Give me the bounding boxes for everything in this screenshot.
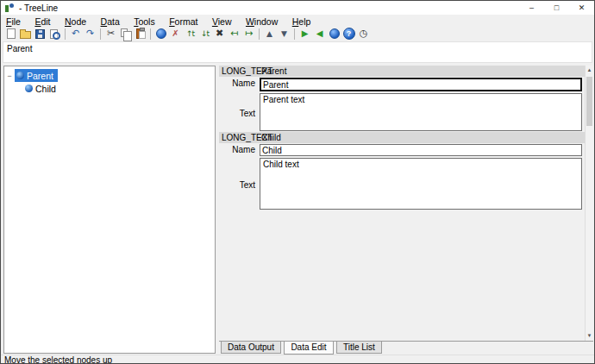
tree-item-parent[interactable]: Parent — [15, 69, 58, 82]
stopwatch-icon: ◷ — [360, 27, 368, 41]
toolbar-separator — [150, 28, 151, 40]
unindent-node-icon: ↤ — [230, 27, 238, 41]
tree-row[interactable]: Child — [4, 82, 215, 95]
print-preview-icon — [50, 29, 58, 39]
tree-row[interactable]: − Parent — [4, 69, 215, 82]
cut-button[interactable]: ✂ — [103, 27, 118, 41]
text-field-label: Text — [219, 180, 255, 190]
data-edit-pane: LONG_TEXT Parent Name Text Parent text L… — [219, 66, 593, 341]
copy-button[interactable] — [118, 27, 133, 41]
tree-item-child[interactable]: Child — [23, 82, 60, 95]
menubar: File Edit Node Data Tools Format View Wi… — [1, 15, 594, 26]
data-edit-content: LONG_TEXT Parent Name Text Parent text L… — [219, 66, 585, 341]
scrollbar-thumb[interactable] — [586, 77, 592, 126]
paste-button[interactable] — [133, 27, 147, 41]
next-node-button[interactable]: ▶ — [298, 27, 312, 41]
indent-node-button[interactable]: ↦ — [241, 27, 256, 41]
scroll-up-icon[interactable]: ▲ — [586, 66, 593, 75]
prev-node-icon: ◀ — [316, 27, 323, 41]
delete-node-icon: ✖ — [216, 27, 223, 41]
tree-item-label: Child — [35, 84, 56, 94]
undo-icon: ↶ — [72, 27, 79, 41]
node-icon — [16, 72, 24, 79]
app-window: - TreeLine – □ ✕ File Edit Node Data Too… — [0, 0, 595, 364]
move-up-button[interactable]: ▲ — [262, 27, 277, 41]
window-title: - TreeLine — [19, 3, 58, 13]
info-icon — [329, 28, 340, 39]
copy-icon — [121, 28, 128, 37]
delete-branch-button[interactable]: ✗ — [168, 27, 183, 41]
tab-data-edit[interactable]: Data Edit — [284, 342, 333, 355]
section-header: LONG_TEXT Parent — [219, 66, 585, 77]
vertical-scrollbar[interactable]: ▲ ▼ — [585, 66, 593, 341]
open-file-button[interactable] — [18, 27, 33, 41]
maximize-button[interactable]: □ — [544, 1, 569, 15]
app-icon-part — [5, 5, 9, 12]
current-node-title: Parent — [7, 44, 32, 53]
info-button[interactable] — [327, 27, 341, 41]
move-down-icon: ▼ — [281, 27, 287, 41]
redo-button[interactable]: ↷ — [83, 27, 97, 41]
section-title: Parent — [261, 66, 286, 77]
name-field-parent[interactable] — [260, 78, 582, 91]
insert-sibling-before-button[interactable]: ↑t — [183, 27, 197, 41]
globe-button[interactable] — [153, 27, 168, 41]
status-bar: Move the selected nodes up — [1, 355, 594, 364]
view-tabbar: Data Output Data Edit Title List — [219, 341, 593, 354]
tree-item-label: Parent — [27, 71, 53, 81]
help-icon: ? — [343, 28, 355, 40]
section-title: Child — [261, 132, 281, 143]
tree-expander-icon[interactable]: − — [4, 72, 15, 80]
new-file-button[interactable] — [3, 27, 18, 41]
move-down-button[interactable]: ▼ — [277, 27, 291, 41]
app-icon-part — [9, 3, 14, 8]
toolbar-separator — [294, 28, 295, 40]
cut-icon: ✂ — [107, 27, 115, 41]
next-node-icon: ▶ — [302, 27, 309, 41]
toolbar-separator — [259, 28, 260, 40]
name-field-label: Name — [219, 145, 255, 154]
prev-node-button[interactable]: ◀ — [312, 27, 327, 41]
text-field-label: Text — [219, 109, 255, 118]
print-preview-button[interactable] — [47, 27, 62, 41]
toolbar: ↶ ↷ ✂ ✗ ↑t ↓t ✖ ↤ ↦ ▲ ▼ ▶ ◀ ? ◷ — [1, 26, 594, 41]
text-field-child[interactable]: Child text — [260, 158, 582, 210]
globe-icon — [156, 28, 166, 39]
node-icon — [25, 85, 33, 92]
delete-branch-icon: ✗ — [172, 27, 178, 41]
app-icon — [5, 3, 15, 13]
delete-node-button[interactable]: ✖ — [212, 27, 227, 41]
open-file-icon — [20, 31, 31, 39]
help-button[interactable]: ? — [341, 27, 356, 41]
tab-title-list[interactable]: Title List — [336, 342, 382, 354]
minimize-button[interactable]: – — [519, 1, 544, 15]
text-field-parent[interactable]: Parent text — [260, 93, 582, 131]
close-button[interactable]: ✕ — [569, 1, 594, 15]
insert-sibling-after-button[interactable]: ↓t — [197, 27, 212, 41]
configure-button[interactable]: ◷ — [356, 27, 371, 41]
toolbar-separator — [65, 28, 66, 40]
paste-icon — [136, 28, 145, 39]
status-text: Move the selected nodes up — [4, 355, 112, 364]
redo-icon: ↷ — [86, 27, 94, 41]
save-file-icon — [35, 29, 45, 39]
section-header: LONG_TEXT Child — [219, 132, 585, 143]
tab-data-output[interactable]: Data Output — [221, 342, 281, 354]
scroll-down-icon[interactable]: ▼ — [586, 331, 593, 341]
insert-sibling-after-icon: ↓t — [201, 27, 209, 41]
save-file-button[interactable] — [33, 27, 47, 41]
toolbar-separator — [100, 28, 101, 40]
unindent-node-button[interactable]: ↤ — [227, 27, 241, 41]
undo-button[interactable]: ↶ — [68, 27, 83, 41]
name-field-label: Name — [219, 78, 255, 88]
insert-sibling-before-icon: ↑t — [186, 27, 194, 41]
new-file-icon — [7, 28, 16, 39]
tree-view[interactable]: − Parent Child — [3, 66, 216, 354]
titlebar: - TreeLine – □ ✕ — [1, 1, 594, 15]
move-up-icon: ▲ — [266, 27, 272, 41]
name-field-child[interactable] — [260, 144, 582, 156]
breadcrumb: Parent — [3, 41, 592, 63]
indent-node-icon: ↦ — [245, 27, 253, 41]
window-controls: – □ ✕ — [519, 1, 594, 15]
